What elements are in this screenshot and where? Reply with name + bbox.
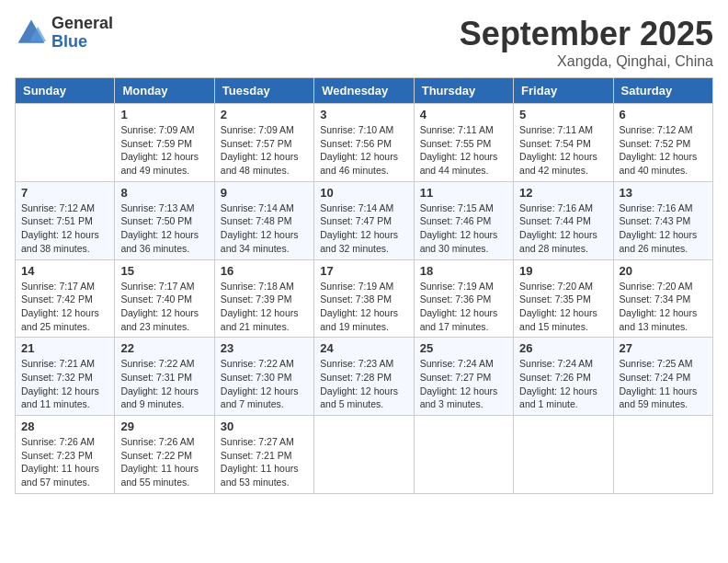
cell-details: Sunrise: 7:24 AMSunset: 7:26 PMDaylight:… [519, 357, 607, 411]
calendar-cell: 20Sunrise: 7:20 AMSunset: 7:34 PMDayligh… [613, 259, 712, 338]
calendar-cell: 8Sunrise: 7:13 AMSunset: 7:50 PMDaylight… [115, 181, 214, 259]
day-number: 8 [120, 186, 208, 200]
cell-details: Sunrise: 7:12 AMSunset: 7:51 PMDaylight:… [21, 201, 108, 256]
calendar-cell: 10Sunrise: 7:14 AMSunset: 7:47 PMDayligh… [314, 181, 414, 259]
cell-details: Sunrise: 7:24 AMSunset: 7:27 PMDaylight:… [420, 357, 507, 411]
calendar-week-row: 28Sunrise: 7:26 AMSunset: 7:23 PMDayligh… [16, 416, 713, 494]
cell-details: Sunrise: 7:26 AMSunset: 7:22 PMDaylight:… [120, 435, 208, 489]
cell-details: Sunrise: 7:11 AMSunset: 7:54 PMDaylight:… [519, 123, 607, 178]
calendar-week-row: 14Sunrise: 7:17 AMSunset: 7:42 PMDayligh… [16, 259, 713, 338]
day-number: 10 [320, 186, 407, 200]
day-number: 25 [420, 341, 507, 355]
day-number: 17 [320, 264, 407, 278]
page-header: General Blue September 2025 Xangda, Qing… [15, 15, 713, 70]
calendar-cell: 19Sunrise: 7:20 AMSunset: 7:35 PMDayligh… [514, 259, 613, 338]
cell-details: Sunrise: 7:19 AMSunset: 7:38 PMDaylight:… [320, 280, 407, 334]
header-day: Friday [514, 78, 613, 104]
day-number: 14 [21, 264, 108, 278]
logo: General Blue [15, 15, 113, 52]
calendar-cell [414, 416, 513, 494]
cell-details: Sunrise: 7:16 AMSunset: 7:43 PMDaylight:… [620, 201, 707, 256]
header-day: Thursday [414, 78, 513, 104]
calendar-table: SundayMondayTuesdayWednesdayThursdayFrid… [15, 77, 713, 494]
calendar-cell: 15Sunrise: 7:17 AMSunset: 7:40 PMDayligh… [115, 259, 214, 338]
cell-details: Sunrise: 7:12 AMSunset: 7:52 PMDaylight:… [620, 123, 707, 178]
calendar-cell: 18Sunrise: 7:19 AMSunset: 7:36 PMDayligh… [414, 259, 513, 338]
cell-details: Sunrise: 7:11 AMSunset: 7:55 PMDaylight:… [420, 123, 507, 178]
calendar-cell: 17Sunrise: 7:19 AMSunset: 7:38 PMDayligh… [314, 259, 414, 338]
cell-details: Sunrise: 7:25 AMSunset: 7:24 PMDaylight:… [620, 357, 707, 411]
day-number: 6 [620, 108, 707, 121]
calendar-cell: 12Sunrise: 7:16 AMSunset: 7:44 PMDayligh… [514, 181, 613, 259]
logo-text: General Blue [51, 15, 113, 52]
cell-details: Sunrise: 7:18 AMSunset: 7:39 PMDaylight:… [221, 280, 308, 334]
calendar-cell: 27Sunrise: 7:25 AMSunset: 7:24 PMDayligh… [613, 338, 712, 416]
header-day: Tuesday [214, 78, 313, 104]
cell-details: Sunrise: 7:20 AMSunset: 7:34 PMDaylight:… [620, 280, 707, 334]
day-number: 9 [221, 186, 308, 200]
calendar-week-row: 7Sunrise: 7:12 AMSunset: 7:51 PMDaylight… [16, 181, 713, 259]
header-day: Wednesday [314, 78, 414, 104]
calendar-cell: 6Sunrise: 7:12 AMSunset: 7:52 PMDaylight… [613, 104, 712, 182]
calendar-cell: 14Sunrise: 7:17 AMSunset: 7:42 PMDayligh… [16, 259, 115, 338]
calendar-cell [613, 416, 712, 494]
cell-details: Sunrise: 7:13 AMSunset: 7:50 PMDaylight:… [120, 201, 208, 256]
day-number: 24 [320, 341, 407, 355]
day-number: 29 [120, 419, 208, 433]
location-title: Xangda, Qinghai, China [460, 53, 713, 70]
day-number: 3 [320, 108, 407, 121]
header-row: SundayMondayTuesdayWednesdayThursdayFrid… [16, 78, 713, 104]
calendar-cell: 24Sunrise: 7:23 AMSunset: 7:28 PMDayligh… [314, 338, 414, 416]
day-number: 20 [620, 264, 707, 278]
day-number: 30 [221, 419, 308, 433]
cell-details: Sunrise: 7:26 AMSunset: 7:23 PMDaylight:… [21, 435, 108, 489]
cell-details: Sunrise: 7:22 AMSunset: 7:30 PMDaylight:… [221, 357, 308, 411]
cell-details: Sunrise: 7:14 AMSunset: 7:48 PMDaylight:… [221, 201, 308, 256]
day-number: 16 [221, 264, 308, 278]
calendar-cell: 2Sunrise: 7:09 AMSunset: 7:57 PMDaylight… [214, 104, 313, 182]
logo-icon [15, 17, 48, 50]
day-number: 11 [420, 186, 507, 200]
day-number: 18 [420, 264, 507, 278]
cell-details: Sunrise: 7:17 AMSunset: 7:40 PMDaylight:… [120, 280, 208, 334]
cell-details: Sunrise: 7:17 AMSunset: 7:42 PMDaylight:… [21, 280, 108, 334]
calendar-cell [514, 416, 613, 494]
calendar-cell: 26Sunrise: 7:24 AMSunset: 7:26 PMDayligh… [514, 338, 613, 416]
cell-details: Sunrise: 7:22 AMSunset: 7:31 PMDaylight:… [120, 357, 208, 411]
day-number: 5 [519, 108, 607, 121]
cell-details: Sunrise: 7:20 AMSunset: 7:35 PMDaylight:… [519, 280, 607, 334]
calendar-cell: 5Sunrise: 7:11 AMSunset: 7:54 PMDaylight… [514, 104, 613, 182]
calendar-cell: 25Sunrise: 7:24 AMSunset: 7:27 PMDayligh… [414, 338, 513, 416]
cell-details: Sunrise: 7:19 AMSunset: 7:36 PMDaylight:… [420, 280, 507, 334]
day-number: 27 [620, 341, 707, 355]
calendar-cell [16, 104, 115, 182]
cell-details: Sunrise: 7:21 AMSunset: 7:32 PMDaylight:… [21, 357, 108, 411]
day-number: 12 [519, 186, 607, 200]
day-number: 26 [519, 341, 607, 355]
calendar-cell: 16Sunrise: 7:18 AMSunset: 7:39 PMDayligh… [214, 259, 313, 338]
calendar-cell: 29Sunrise: 7:26 AMSunset: 7:22 PMDayligh… [115, 416, 214, 494]
cell-details: Sunrise: 7:16 AMSunset: 7:44 PMDaylight:… [519, 201, 607, 256]
header-day: Saturday [613, 78, 712, 104]
header-day: Sunday [16, 78, 115, 104]
logo-blue-text: Blue [51, 33, 113, 52]
cell-details: Sunrise: 7:14 AMSunset: 7:47 PMDaylight:… [320, 201, 407, 256]
calendar-cell: 21Sunrise: 7:21 AMSunset: 7:32 PMDayligh… [16, 338, 115, 416]
day-number: 21 [21, 341, 108, 355]
day-number: 28 [21, 419, 108, 433]
cell-details: Sunrise: 7:09 AMSunset: 7:59 PMDaylight:… [120, 123, 208, 178]
title-block: September 2025 Xangda, Qinghai, China [460, 15, 713, 70]
calendar-cell: 4Sunrise: 7:11 AMSunset: 7:55 PMDaylight… [414, 104, 513, 182]
calendar-cell: 9Sunrise: 7:14 AMSunset: 7:48 PMDaylight… [214, 181, 313, 259]
calendar-cell: 1Sunrise: 7:09 AMSunset: 7:59 PMDaylight… [115, 104, 214, 182]
day-number: 23 [221, 341, 308, 355]
calendar-cell: 7Sunrise: 7:12 AMSunset: 7:51 PMDaylight… [16, 181, 115, 259]
calendar-cell: 30Sunrise: 7:27 AMSunset: 7:21 PMDayligh… [214, 416, 313, 494]
calendar-week-row: 21Sunrise: 7:21 AMSunset: 7:32 PMDayligh… [16, 338, 713, 416]
cell-details: Sunrise: 7:15 AMSunset: 7:46 PMDaylight:… [420, 201, 507, 256]
calendar-cell [314, 416, 414, 494]
cell-details: Sunrise: 7:27 AMSunset: 7:21 PMDaylight:… [221, 435, 308, 489]
day-number: 19 [519, 264, 607, 278]
logo-general-text: General [51, 15, 113, 33]
calendar-cell: 22Sunrise: 7:22 AMSunset: 7:31 PMDayligh… [115, 338, 214, 416]
